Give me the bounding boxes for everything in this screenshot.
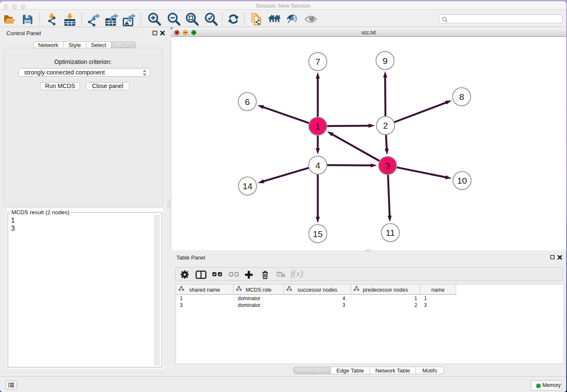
svg-text:11: 11 <box>386 228 395 237</box>
svg-text:3: 3 <box>385 161 390 171</box>
svg-text:8: 8 <box>459 92 464 102</box>
svg-text:15: 15 <box>313 229 322 239</box>
svg-text:1: 1 <box>315 121 320 131</box>
svg-text:2: 2 <box>383 121 388 130</box>
svg-text:4: 4 <box>315 160 320 170</box>
svg-text:7: 7 <box>315 57 320 66</box>
svg-text:10: 10 <box>457 176 467 185</box>
svg-text:9: 9 <box>383 56 388 66</box>
svg-text:14: 14 <box>242 181 253 191</box>
svg-text:6: 6 <box>245 97 250 107</box>
